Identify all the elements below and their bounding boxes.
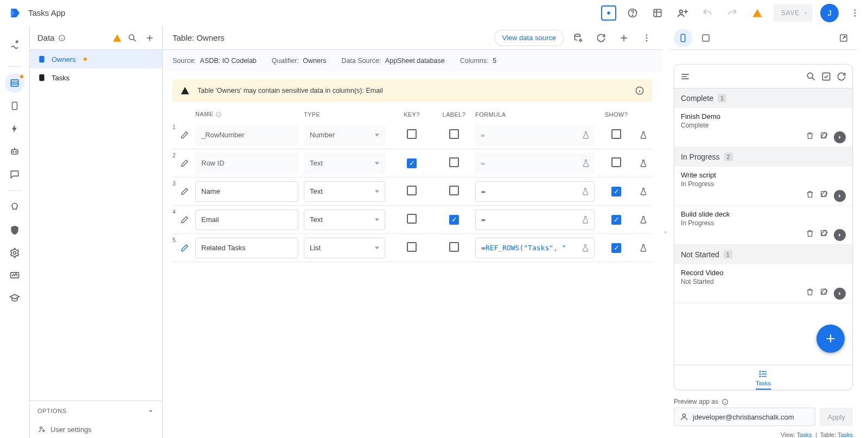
info-icon[interactable] <box>58 34 66 42</box>
flask-icon[interactable] <box>582 159 590 168</box>
flask-icon[interactable] <box>581 215 590 224</box>
task-item[interactable]: Write scriptIn Progress <box>674 167 852 206</box>
column-type-select[interactable]: List <box>304 238 385 258</box>
edit-icon[interactable] <box>180 244 195 252</box>
label-checkbox[interactable] <box>449 157 459 167</box>
flask-icon[interactable] <box>633 159 654 168</box>
flask-icon[interactable] <box>633 187 654 196</box>
open-preview-icon[interactable] <box>834 29 853 47</box>
open-icon[interactable] <box>834 288 846 300</box>
formula-field[interactable]: = <box>475 181 595 202</box>
rail-actions-icon[interactable] <box>5 119 24 138</box>
select-icon[interactable] <box>821 71 832 82</box>
formula-field[interactable]: = <box>475 210 595 230</box>
delete-icon[interactable] <box>806 288 814 300</box>
warning-icon[interactable] <box>749 4 766 22</box>
group-header[interactable]: Complete1 <box>674 88 852 108</box>
rail-data-icon[interactable] <box>5 73 24 93</box>
label-checkbox[interactable] <box>449 242 459 252</box>
open-icon[interactable] <box>834 190 846 202</box>
expand-preview-handle[interactable] <box>662 26 669 438</box>
info-icon[interactable] <box>635 86 644 96</box>
rail-intelligence-icon[interactable] <box>5 198 24 217</box>
options-toggle[interactable]: OPTIONS <box>30 401 162 421</box>
flask-icon[interactable] <box>582 131 590 139</box>
edit-icon[interactable] <box>180 187 195 196</box>
group-header[interactable]: Not Started1 <box>674 245 852 264</box>
show-checkbox[interactable] <box>611 157 621 167</box>
group-header[interactable]: In Progress2 <box>674 147 852 167</box>
source-item[interactable]: Tasks <box>30 68 162 87</box>
flask-icon[interactable] <box>633 131 654 139</box>
fab-add-button[interactable]: + <box>816 325 845 353</box>
preview-as-input[interactable]: jdeveloper@christianschalk.com <box>674 408 815 426</box>
task-item[interactable]: Record VideoNot Started <box>674 264 852 303</box>
column-type-select[interactable]: Text <box>304 181 385 202</box>
delete-icon[interactable] <box>806 229 814 241</box>
add-icon[interactable] <box>143 31 157 45</box>
avatar[interactable]: J <box>820 4 839 22</box>
edit-icon[interactable] <box>820 190 828 202</box>
key-checkbox[interactable] <box>407 214 417 224</box>
column-type-select[interactable]: Number <box>304 125 385 145</box>
datasource-settings-icon[interactable] <box>570 29 587 47</box>
rail-bot-icon[interactable] <box>5 142 24 161</box>
edit-icon[interactable] <box>180 131 195 139</box>
open-icon[interactable] <box>834 229 846 241</box>
warning-icon[interactable] <box>112 33 122 43</box>
rail-learn-icon[interactable] <box>5 289 24 308</box>
footer-table-link[interactable]: Tasks <box>838 431 853 438</box>
more-icon[interactable] <box>846 4 864 22</box>
refresh-icon[interactable] <box>836 71 847 82</box>
footer-view-link[interactable]: Tasks <box>797 431 812 438</box>
edit-icon[interactable] <box>820 229 828 241</box>
show-checkbox[interactable] <box>611 215 621 225</box>
rail-security-icon[interactable] <box>5 220 24 240</box>
view-data-source-button[interactable]: View data source <box>494 30 565 46</box>
edit-icon[interactable] <box>820 288 828 300</box>
rail-chat-icon[interactable] <box>5 164 24 184</box>
column-name-field[interactable]: Related Tasks <box>195 238 298 258</box>
edit-icon[interactable] <box>820 131 828 143</box>
edit-icon[interactable] <box>180 159 195 168</box>
flask-icon[interactable] <box>633 215 654 224</box>
column-name-field[interactable]: Row ID <box>195 153 298 174</box>
apps-icon[interactable] <box>601 5 616 21</box>
key-checkbox[interactable] <box>407 129 417 139</box>
share-icon[interactable] <box>674 4 691 22</box>
rail-views-icon[interactable] <box>5 96 24 116</box>
search-icon[interactable] <box>125 31 139 45</box>
show-checkbox[interactable] <box>611 243 621 253</box>
column-name-field[interactable]: _RowNumber <box>195 125 298 145</box>
add-column-icon[interactable] <box>615 29 633 47</box>
label-checkbox[interactable] <box>449 215 459 225</box>
flask-icon[interactable] <box>581 187 590 196</box>
device-tablet-icon[interactable] <box>697 29 715 47</box>
show-checkbox[interactable] <box>611 129 621 139</box>
task-item[interactable]: Finish DemoComplete <box>674 108 852 147</box>
task-item[interactable]: Build slide deckIn Progress <box>674 206 852 245</box>
open-icon[interactable] <box>834 131 846 143</box>
label-checkbox[interactable] <box>449 129 459 139</box>
column-type-select[interactable]: Text <box>304 153 385 174</box>
delete-icon[interactable] <box>806 190 814 202</box>
undo-icon[interactable] <box>699 4 716 22</box>
phone-nav-tasks[interactable]: Tasks <box>674 365 852 390</box>
save-button[interactable]: SAVE <box>774 4 813 22</box>
more-icon[interactable] <box>638 29 655 47</box>
key-checkbox[interactable] <box>407 158 417 168</box>
label-checkbox[interactable] <box>449 186 459 195</box>
edit-icon[interactable] <box>180 215 195 224</box>
column-type-select[interactable]: Text <box>304 210 385 230</box>
rail-monitor-icon[interactable] <box>5 266 24 285</box>
rail-home-icon[interactable] <box>5 35 24 54</box>
user-settings-item[interactable]: User settings <box>30 421 162 438</box>
flask-icon[interactable] <box>581 244 590 252</box>
formula-field[interactable]: = <box>475 153 595 174</box>
apply-button[interactable]: Apply <box>820 408 853 426</box>
delete-icon[interactable] <box>806 131 814 143</box>
rail-settings-icon[interactable] <box>5 243 24 263</box>
history-icon[interactable] <box>649 4 666 22</box>
key-checkbox[interactable] <box>407 242 417 252</box>
source-item[interactable]: Owners <box>30 50 162 68</box>
